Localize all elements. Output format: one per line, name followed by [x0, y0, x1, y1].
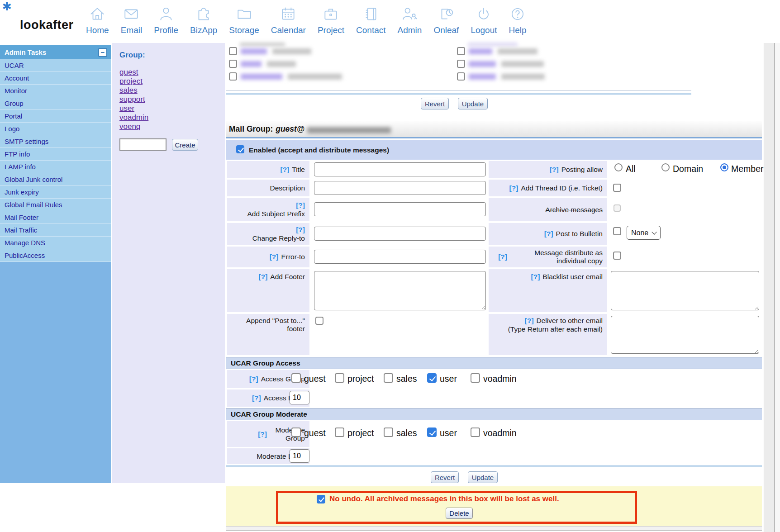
- access-checkbox-voadmin[interactable]: [471, 373, 480, 383]
- access-checkbox-project[interactable]: [335, 373, 344, 383]
- access-checkbox-user[interactable]: [427, 373, 437, 383]
- sidebar-item-lamp-info[interactable]: LAMP info: [0, 161, 111, 173]
- moderate-checkbox-user[interactable]: [427, 428, 437, 437]
- blacklist-textarea[interactable]: [611, 271, 759, 310]
- nav-onleaf[interactable]: Onleaf: [433, 5, 459, 35]
- posting-allow-radio-member[interactable]: [720, 163, 728, 171]
- collapse-icon[interactable]: −: [98, 48, 107, 57]
- nav-contact[interactable]: Contact: [356, 5, 385, 35]
- add-thread-id-checkbox[interactable]: [613, 184, 621, 192]
- help-link[interactable]: [?]: [249, 375, 258, 383]
- help-link[interactable]: [?]: [498, 253, 507, 261]
- create-group-button[interactable]: Create: [172, 139, 198, 151]
- sidebar-item-global-email-rules[interactable]: Global Email Rules: [0, 199, 111, 211]
- description-input[interactable]: [314, 181, 486, 195]
- danger-confirm-checkbox[interactable]: [317, 495, 325, 504]
- access-checkbox-sales[interactable]: [384, 373, 393, 383]
- change-reply-to-input[interactable]: [314, 227, 486, 241]
- help-link[interactable]: [?]: [280, 166, 289, 174]
- redacted-link[interactable]: [469, 48, 492, 54]
- access-checkbox-guest[interactable]: [291, 373, 301, 383]
- help-link[interactable]: [?]: [531, 273, 540, 281]
- sidebar-item-group[interactable]: Group: [0, 97, 111, 110]
- sidebar-item-portal[interactable]: Portal: [0, 110, 111, 123]
- help-link[interactable]: [?]: [525, 317, 534, 324]
- sidebar-item-junk-expiry[interactable]: Junk expiry: [0, 186, 111, 199]
- scrollbar-track[interactable]: [764, 43, 774, 532]
- help-link[interactable]: [?]: [296, 201, 305, 209]
- sidebar-item-global-junk-control[interactable]: Global Junk control: [0, 173, 111, 186]
- revert-button-bottom[interactable]: Revert: [431, 471, 459, 483]
- group-link-voadmin[interactable]: voadmin: [119, 113, 148, 122]
- append-post-to-footer-checkbox[interactable]: [315, 317, 323, 325]
- group-link-voenq[interactable]: voenq: [119, 122, 140, 131]
- group-link-user[interactable]: user: [119, 104, 134, 113]
- sidebar-item-mail-footer[interactable]: Mail Footer: [0, 211, 111, 224]
- moderate-level-input[interactable]: [290, 449, 309, 463]
- nav-storage[interactable]: Storage: [229, 5, 259, 35]
- posting-allow-radio-domain[interactable]: [661, 163, 670, 171]
- nav-home[interactable]: Home: [86, 5, 109, 35]
- sidebar-item-account[interactable]: Account: [0, 72, 111, 85]
- revert-button-top[interactable]: Revert: [421, 98, 449, 109]
- list-row-checkbox[interactable]: [229, 60, 237, 68]
- moderate-checkbox-project[interactable]: [335, 428, 344, 437]
- group-link-guest[interactable]: guest: [119, 68, 138, 77]
- list-row-checkbox[interactable]: [457, 60, 465, 68]
- nav-profile[interactable]: Profile: [154, 5, 178, 35]
- sidebar-item-manage-dns[interactable]: Manage DNS: [0, 237, 111, 249]
- help-link[interactable]: [?]: [270, 253, 279, 261]
- nav-bizapp[interactable]: BizApp: [190, 5, 217, 35]
- redacted-link[interactable]: [241, 48, 267, 54]
- help-link[interactable]: [?]: [296, 226, 305, 234]
- group-link-project[interactable]: project: [119, 77, 143, 86]
- new-group-input[interactable]: [119, 138, 166, 151]
- redacted-link[interactable]: [469, 74, 496, 80]
- sidebar-item-smtp-settings[interactable]: SMTP settings: [0, 135, 111, 148]
- list-row-checkbox[interactable]: [229, 47, 237, 55]
- help-link[interactable]: [?]: [550, 166, 559, 174]
- sidebar-item-ftp-info[interactable]: FTP info: [0, 148, 111, 161]
- moderate-checkbox-voadmin[interactable]: [471, 428, 480, 437]
- list-row-checkbox[interactable]: [457, 72, 465, 81]
- bulletin-select[interactable]: None: [627, 226, 661, 240]
- moderate-checkbox-guest[interactable]: [291, 428, 301, 437]
- group-link-support[interactable]: support: [119, 95, 145, 104]
- help-link[interactable]: [?]: [509, 184, 518, 192]
- help-link[interactable]: [?]: [544, 230, 553, 238]
- sidebar-item-mail-traffic[interactable]: Mail Traffic: [0, 224, 111, 237]
- moderate-checkbox-sales[interactable]: [384, 428, 393, 437]
- list-row-checkbox[interactable]: [457, 47, 465, 55]
- redacted-link[interactable]: [241, 74, 282, 80]
- redacted-link[interactable]: [241, 61, 262, 67]
- enabled-checkbox[interactable]: [236, 145, 244, 153]
- update-button-bottom[interactable]: Update: [468, 471, 498, 483]
- nav-admin[interactable]: Admin: [398, 5, 422, 35]
- nav-help[interactable]: Help: [509, 5, 527, 35]
- nav-calendar[interactable]: Calendar: [271, 5, 306, 35]
- help-link[interactable]: [?]: [252, 394, 261, 402]
- posting-allow-radio-all[interactable]: [614, 163, 623, 171]
- access-level-input[interactable]: [290, 391, 309, 404]
- sidebar-item-monitor[interactable]: Monitor: [0, 85, 111, 97]
- add-footer-textarea[interactable]: [314, 271, 486, 310]
- sidebar-item-ucar[interactable]: UCAR: [0, 59, 111, 72]
- list-row-checkbox[interactable]: [229, 72, 237, 81]
- post-to-bulletin-checkbox[interactable]: [613, 227, 621, 235]
- redacted-link[interactable]: [469, 61, 496, 67]
- delete-button[interactable]: Delete: [446, 508, 473, 519]
- add-subject-prefix-input[interactable]: [314, 202, 486, 216]
- nav-project[interactable]: Project: [318, 5, 344, 35]
- error-to-input[interactable]: [314, 250, 486, 264]
- nav-logout[interactable]: Logout: [471, 5, 497, 35]
- title-input[interactable]: [314, 162, 486, 176]
- nav-email[interactable]: Email: [121, 5, 143, 35]
- group-link-sales[interactable]: sales: [119, 86, 138, 95]
- help-link[interactable]: [?]: [258, 430, 267, 438]
- deliver-to-other-textarea[interactable]: [611, 316, 759, 354]
- sidebar-item-logo[interactable]: Logo: [0, 123, 111, 135]
- help-link[interactable]: [?]: [259, 273, 268, 281]
- sidebar-item-publicaccess[interactable]: PublicAccess: [0, 249, 111, 262]
- message-distribute-checkbox[interactable]: [613, 252, 621, 260]
- update-button-top[interactable]: Update: [458, 98, 488, 109]
